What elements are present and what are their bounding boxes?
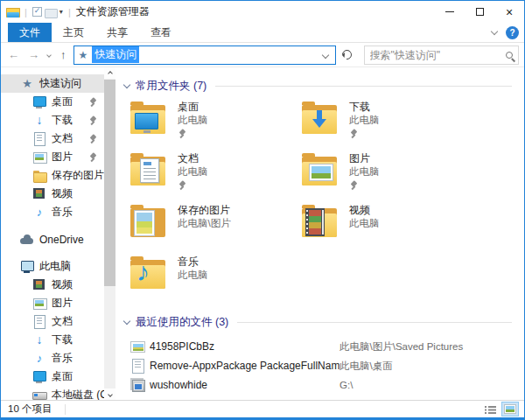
sidebar-item-pc-downloads[interactable]: ↓ 下载 xyxy=(1,331,104,349)
minimize-button[interactable] xyxy=(435,2,465,23)
search-icon[interactable] xyxy=(506,52,513,59)
sidebar-item-pc-music[interactable]: ♪ 音乐 xyxy=(1,349,104,368)
divider xyxy=(237,322,512,323)
sidebar-item-pictures[interactable]: 图片 xyxy=(1,148,104,166)
divider xyxy=(215,86,512,87)
sidebar-item-label: 桌面 xyxy=(52,94,73,109)
pin-icon xyxy=(88,97,97,107)
sidebar-scrollbar[interactable] xyxy=(104,67,116,400)
sidebar-item-documents[interactable]: 文档 xyxy=(1,130,104,148)
scroll-up-icon[interactable] xyxy=(104,67,116,79)
tile-saved-pictures[interactable]: 保存的图片 此电脑\图片 xyxy=(128,202,299,254)
search-input[interactable] xyxy=(370,49,507,61)
scrollbar-thumb[interactable] xyxy=(104,80,116,286)
divider: | xyxy=(68,7,71,18)
sidebar-item-onedrive[interactable]: OneDrive xyxy=(1,230,104,248)
picture-icon xyxy=(32,150,46,164)
group-header-frequent-folders[interactable]: 常用文件夹 (7) xyxy=(122,78,515,94)
recent-file-row[interactable]: 41958PICbBz 此电脑\图片\Saved Pictures xyxy=(130,337,515,356)
tile-name: 下载 xyxy=(349,100,380,114)
tile-name: 保存的图片 xyxy=(178,203,231,217)
sidebar-item-videos[interactable]: 视频 xyxy=(1,185,104,203)
address-toolbar: ← → ↑ ★ 快速访问 xyxy=(1,43,524,67)
sidebar-item-label: 视频 xyxy=(52,277,73,292)
tab-share[interactable]: 共享 xyxy=(95,23,139,42)
address-dropdown-icon[interactable] xyxy=(321,51,328,58)
sidebar-item-label: 本地磁盘 (C:) xyxy=(52,388,104,400)
group-header-recent-files[interactable]: 最近使用的文件 (3) xyxy=(122,314,515,330)
tile-name: 音乐 xyxy=(178,255,208,269)
scroll-down-icon[interactable] xyxy=(104,388,116,400)
large-icons-view-icon[interactable] xyxy=(501,402,519,416)
sidebar-item-pc-videos[interactable]: 视频 xyxy=(1,276,104,294)
sidebar-item-local-disk-c[interactable]: 本地磁盘 (C:) xyxy=(1,386,104,400)
sidebar-item-desktop[interactable]: 桌面 xyxy=(1,93,104,111)
back-button[interactable]: ← xyxy=(4,48,23,61)
recent-file-row[interactable]: wushowhide G:\ xyxy=(130,375,515,395)
tab-home[interactable]: 主页 xyxy=(52,23,95,42)
group-title: 最近使用的文件 (3) xyxy=(136,315,228,330)
tile-location: 此电脑 xyxy=(349,217,380,230)
help-icon[interactable]: ? xyxy=(506,26,519,39)
sidebar-item-label: 文档 xyxy=(52,131,73,146)
sidebar-item-downloads[interactable]: ↓ 下载 xyxy=(1,111,104,130)
cabinet-file-icon xyxy=(130,378,145,392)
sidebar-item-pc-pictures[interactable]: 图片 xyxy=(1,294,104,312)
sidebar-item-label: 此电脑 xyxy=(39,259,71,274)
desktop-icon xyxy=(32,370,46,383)
tile-desktop[interactable]: 桌面 此电脑 xyxy=(128,99,299,150)
recent-files-list: 41958PICbBz 此电脑\图片\Saved Pictures Remove… xyxy=(130,337,515,395)
address-bar-input[interactable]: ★ 快速访问 xyxy=(74,46,336,65)
qat-new-folder-icon[interactable] xyxy=(45,7,57,18)
content-pane: 常用文件夹 (7) 桌面 此电脑 xyxy=(116,67,524,400)
tile-documents[interactable]: 文档 此电脑 xyxy=(128,150,299,202)
forward-button[interactable]: → xyxy=(24,48,43,61)
tile-name: 桌面 xyxy=(178,100,208,114)
item-count: 10 个项目 xyxy=(8,402,52,416)
sidebar-item-saved-pictures[interactable]: 保存的图片 xyxy=(1,166,104,185)
recent-file-row[interactable]: Remove-AppxPackage PackageFullName 此电脑\桌… xyxy=(130,356,515,375)
pin-icon xyxy=(349,129,358,138)
collapse-group-icon[interactable] xyxy=(123,318,130,325)
details-view-icon[interactable] xyxy=(482,402,500,416)
sidebar-item-label: 下载 xyxy=(52,332,73,347)
search-box[interactable] xyxy=(364,46,520,65)
refresh-button[interactable] xyxy=(338,46,357,65)
maximize-button[interactable] xyxy=(465,2,494,23)
music-note-icon: ♪ xyxy=(32,206,46,219)
up-button[interactable]: ↑ xyxy=(55,48,72,61)
tab-file[interactable]: 文件 xyxy=(8,23,52,42)
file-explorer-window: | ▾ | 文件资源管理器 × 文件 主页 共享 查看 ? ← → ↑ ★ 快速… xyxy=(0,0,525,420)
folder-videos-icon xyxy=(299,202,341,242)
explorer-logo-icon xyxy=(6,6,21,18)
collapse-group-icon[interactable] xyxy=(123,81,130,88)
pin-icon xyxy=(88,116,97,125)
window-title: 文件资源管理器 xyxy=(76,4,150,19)
recent-locations-icon[interactable] xyxy=(45,53,53,57)
frequent-folders-grid: 桌面 此电脑 下载 此电脑 xyxy=(128,99,471,305)
sidebar-item-music[interactable]: ♪ 音乐 xyxy=(1,203,104,221)
file-location: 此电脑\桌面 xyxy=(340,360,393,373)
tile-videos[interactable]: 视频 此电脑 xyxy=(299,202,471,254)
qat-customize-caret-icon[interactable]: ▾ xyxy=(60,8,63,16)
sidebar-item-quick-access[interactable]: ★ 快速访问 xyxy=(1,74,104,93)
sidebar-item-pc-desktop[interactable]: 桌面 xyxy=(1,368,104,386)
expand-ribbon-icon[interactable] xyxy=(491,28,498,35)
folder-pictures-icon xyxy=(299,150,341,191)
folder-icon xyxy=(32,169,46,182)
sidebar-item-this-pc[interactable]: 此电脑 xyxy=(1,257,104,276)
tile-downloads[interactable]: 下载 此电脑 xyxy=(299,99,471,150)
tile-name: 视频 xyxy=(349,203,380,217)
download-arrow-icon: ↓ xyxy=(32,114,46,127)
sidebar-item-pc-documents[interactable]: 文档 xyxy=(1,312,104,331)
video-icon xyxy=(32,187,46,200)
qat-properties-icon[interactable] xyxy=(32,6,43,18)
tab-view[interactable]: 查看 xyxy=(139,23,183,42)
tile-pictures[interactable]: 图片 此电脑 xyxy=(299,150,471,202)
tile-location: 此电脑\图片 xyxy=(178,217,231,230)
close-button[interactable]: × xyxy=(494,2,524,23)
sidebar-item-label: OneDrive xyxy=(39,234,84,246)
file-name: wushowhide xyxy=(150,379,340,391)
tile-music[interactable]: ♪ 音乐 此电脑 xyxy=(128,254,299,305)
music-note-icon: ♪ xyxy=(32,352,46,365)
